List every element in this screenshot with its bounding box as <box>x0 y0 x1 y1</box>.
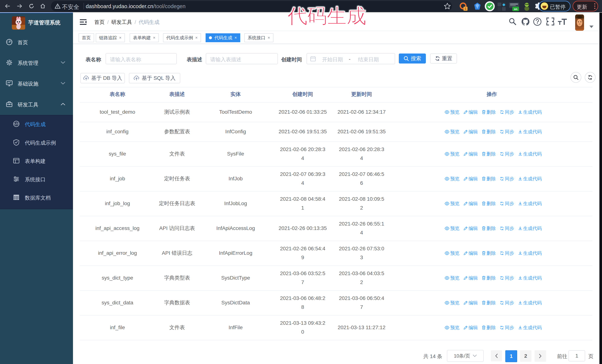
svg-text:1: 1 <box>465 7 466 10</box>
svg-text:on: on <box>514 7 517 10</box>
